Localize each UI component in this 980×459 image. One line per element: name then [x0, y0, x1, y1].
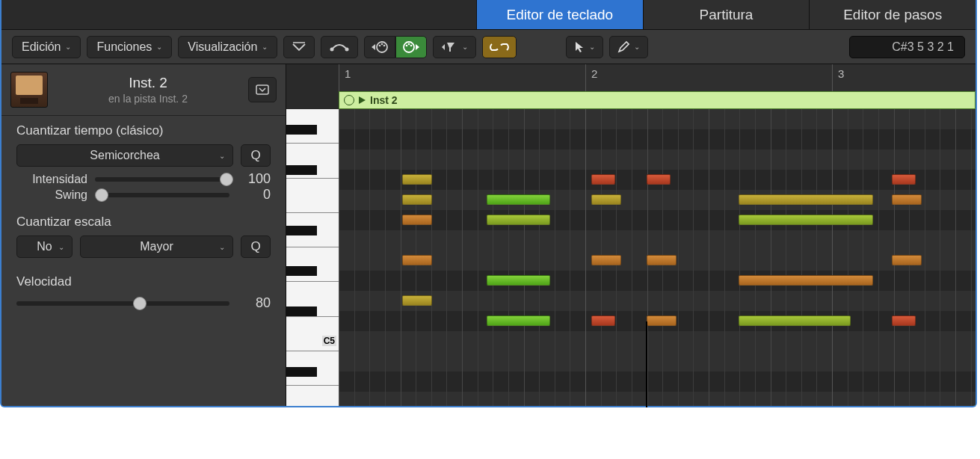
- functions-menu[interactable]: Funciones⌄: [87, 36, 172, 58]
- note-grid[interactable]: [339, 109, 976, 406]
- swing-slider-row: Swing 0: [16, 187, 271, 203]
- midi-note[interactable]: [892, 315, 916, 326]
- bar-number: 2: [591, 67, 597, 80]
- midi-note[interactable]: [487, 275, 550, 286]
- edit-menu[interactable]: Edición⌄: [12, 36, 81, 58]
- quantize-value-label: Semicorchea: [90, 149, 159, 162]
- scale-root-select[interactable]: No ⌄: [16, 235, 73, 258]
- palette-out-icon: [402, 40, 420, 54]
- scale-apply-button[interactable]: Q: [241, 235, 271, 258]
- view-menu-label: Visualización: [188, 40, 257, 54]
- snap-icon: [292, 41, 306, 53]
- chevron-down-icon: ⌄: [219, 243, 225, 251]
- tab-score[interactable]: Partitura: [643, 0, 810, 29]
- midi-note[interactable]: [402, 194, 432, 205]
- velocity-slider[interactable]: [16, 296, 229, 311]
- filter-icon: [441, 41, 457, 53]
- region-name: Inst 2: [370, 94, 398, 106]
- chevron-down-icon: ⌄: [156, 43, 162, 51]
- midi-note[interactable]: [402, 215, 432, 225]
- automation-curve-button[interactable]: [321, 36, 358, 58]
- strength-slider[interactable]: [95, 172, 229, 187]
- strength-value: 100: [237, 171, 271, 187]
- midi-note[interactable]: [892, 255, 922, 265]
- link-group: [482, 36, 517, 58]
- strength-label: Intensidad: [16, 173, 87, 186]
- midi-out-toggle[interactable]: [395, 36, 427, 58]
- midi-note[interactable]: [487, 315, 550, 326]
- edit-menu-label: Edición: [22, 40, 61, 54]
- filter-button[interactable]: ⌄: [433, 36, 476, 58]
- velocity-title: Velocidad: [16, 274, 271, 289]
- midi-note[interactable]: [591, 255, 621, 265]
- pointer-tool[interactable]: ⌄: [566, 36, 603, 58]
- chevron-down-icon: ⌄: [262, 43, 268, 51]
- track-name: Inst. 2: [48, 75, 248, 91]
- collapse-button[interactable]: [248, 77, 277, 102]
- svg-point-2: [345, 47, 349, 51]
- midi-note[interactable]: [739, 194, 873, 205]
- midi-note[interactable]: [402, 295, 432, 306]
- midi-note[interactable]: [892, 174, 916, 185]
- view-menu[interactable]: Visualización⌄: [178, 36, 277, 58]
- midi-note[interactable]: [402, 174, 432, 185]
- track-header: Inst. 2 en la pista Inst. 2: [1, 64, 286, 116]
- midi-in-toggle[interactable]: [364, 36, 395, 58]
- link-toggle[interactable]: [482, 36, 517, 58]
- midi-note[interactable]: [402, 255, 432, 265]
- quantize-time-title: Cuantizar tiempo (clásico): [16, 123, 271, 138]
- midi-note[interactable]: [647, 174, 671, 185]
- swing-label: Swing: [16, 188, 87, 202]
- palette-in-icon: [371, 40, 389, 54]
- midi-region[interactable]: Inst 2: [339, 91, 976, 109]
- bar-number: 1: [345, 67, 351, 80]
- svg-point-8: [406, 44, 408, 46]
- midi-note[interactable]: [739, 275, 873, 286]
- midi-note[interactable]: [591, 194, 621, 205]
- grid-area: 1 2 3 Inst 2: [339, 64, 976, 406]
- quantize-value-select[interactable]: Semicorchea ⌄: [16, 144, 233, 167]
- scale-root-label: No: [37, 240, 52, 253]
- octave-label-c5: C5: [322, 336, 336, 346]
- callout-line: [646, 321, 647, 407]
- chevron-down-icon: ⌄: [634, 43, 640, 51]
- midi-note[interactable]: [739, 315, 851, 326]
- svg-point-10: [410, 44, 413, 46]
- quantize-apply-button[interactable]: Q: [241, 144, 271, 167]
- chevron-down-icon: ⌄: [462, 43, 468, 51]
- scale-type-select[interactable]: Mayor ⌄: [80, 235, 233, 258]
- midi-note[interactable]: [487, 215, 550, 225]
- chevron-down-icon: ⌄: [219, 152, 225, 160]
- tab-keyboard-editor[interactable]: Editor de teclado: [476, 0, 643, 29]
- quantize-scale-title: Cuantizar escala: [16, 215, 271, 230]
- midi-note[interactable]: [591, 315, 615, 326]
- midi-note[interactable]: [487, 194, 550, 205]
- midi-in-out-group: [364, 36, 427, 58]
- midi-note[interactable]: [892, 194, 922, 205]
- midi-note[interactable]: [591, 174, 615, 185]
- quantize-scale-section: Cuantizar escala No ⌄ Mayor ⌄ Q: [1, 207, 286, 267]
- chevron-down-icon: ⌄: [65, 43, 71, 51]
- instrument-thumbnail[interactable]: [10, 72, 48, 108]
- pointer-icon: [574, 41, 585, 53]
- swing-slider[interactable]: [95, 188, 229, 203]
- curve-icon: [329, 42, 350, 52]
- piano-keyboard[interactable]: C5C4: [286, 64, 339, 406]
- region-loop-icon: [344, 95, 354, 105]
- chevron-down-icon: ⌄: [58, 243, 64, 251]
- velocity-section: Velocidad 80: [1, 267, 286, 315]
- midi-note[interactable]: [739, 215, 873, 225]
- midi-note[interactable]: [647, 315, 677, 326]
- time-ruler[interactable]: 1 2 3 Inst 2: [339, 64, 976, 109]
- svg-point-6: [383, 44, 386, 46]
- scale-type-label: Mayor: [140, 240, 173, 253]
- tab-step-editor[interactable]: Editor de pasos: [809, 0, 976, 29]
- editor-tabs: Editor de teclado Partitura Editor de pa…: [1, 0, 976, 30]
- midi-note[interactable]: [647, 255, 677, 265]
- swing-value: 0: [237, 187, 271, 203]
- pencil-tool[interactable]: ⌄: [609, 36, 648, 58]
- play-icon: [359, 96, 366, 104]
- strength-slider-row: Intensidad 100: [16, 171, 271, 187]
- svg-point-5: [381, 43, 383, 45]
- snap-toggle[interactable]: [283, 36, 315, 58]
